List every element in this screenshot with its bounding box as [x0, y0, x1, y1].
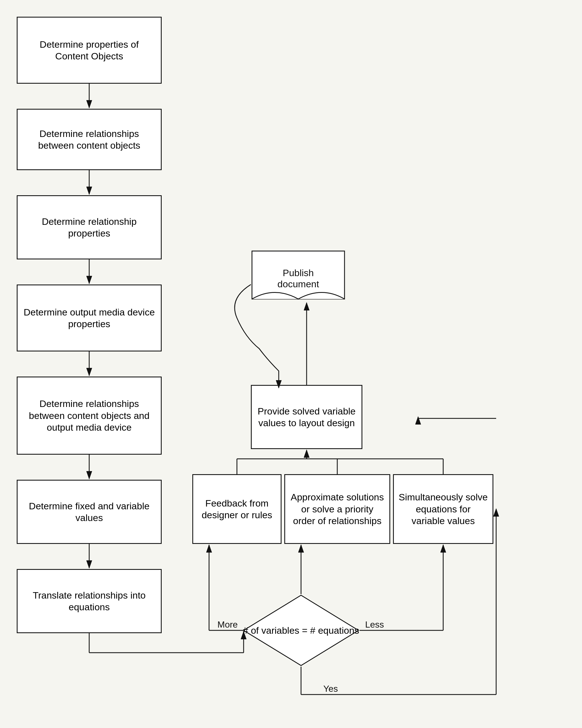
- svg-text:More: More: [217, 620, 238, 629]
- box-fixed-variable: Determine fixed and variable values: [17, 480, 162, 544]
- flowchart-container: Determine properties of Content Objects …: [0, 0, 582, 728]
- box-relationship-props: Determine relationship properties: [17, 195, 162, 259]
- diamond-variables-equations: # of variables = # equations: [243, 594, 360, 667]
- svg-text:Yes: Yes: [323, 684, 338, 694]
- box-output-media: Determine output media device properties: [17, 285, 162, 352]
- box-feedback: Feedback from designer or rules: [192, 474, 281, 544]
- box-translate-equations: Translate relationships into equations: [17, 569, 162, 633]
- box-approximate: Approximate solutions or solve a priorit…: [284, 474, 390, 544]
- box-relationships-media: Determine relationships between content …: [17, 376, 162, 454]
- svg-text:document: document: [277, 279, 319, 289]
- box-determine-properties: Determine properties of Content Objects: [17, 17, 162, 84]
- svg-text:Publish: Publish: [283, 267, 314, 278]
- box-relationships-content: Determine relationships between content …: [17, 109, 162, 170]
- box-provide-solved: Provide solved variable values to layout…: [251, 385, 362, 449]
- box-simultaneous: Simultaneously solve equations for varia…: [393, 474, 493, 544]
- publish-document-box: Publish document: [251, 234, 345, 301]
- svg-text:Less: Less: [365, 620, 384, 629]
